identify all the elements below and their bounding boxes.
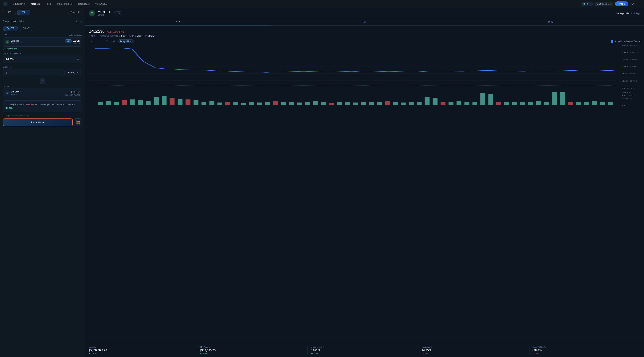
- svg-rect-0: [89, 45, 640, 106]
- expires-unit-select[interactable]: Day(s): [66, 69, 82, 76]
- nav-pools[interactable]: Pools: [43, 2, 54, 6]
- stat-underlying-apy-change: +9.323%: [310, 352, 416, 354]
- time-1w[interactable]: 1W: [110, 40, 116, 43]
- stat-volume-change: +581.5%: [200, 352, 304, 354]
- svg-text:40K: 40K: [622, 98, 632, 100]
- svg-rect-31: [186, 100, 190, 105]
- stat-long-yield-apy: Long Yield APY -98.8% -0.6%: [530, 346, 640, 354]
- refresh-icon[interactable]: ↻: [76, 20, 78, 23]
- apy-change: -15.3% (Past 7d): [106, 31, 124, 33]
- svg-rect-74: [528, 102, 533, 105]
- network-selector[interactable]: ⚡ ▾: [582, 2, 593, 6]
- asset-name: YT eETH: [98, 10, 110, 14]
- svg-rect-40: [257, 102, 262, 105]
- svg-rect-41: [265, 102, 270, 105]
- tab-mint[interactable]: Mint: [19, 20, 24, 23]
- time-1m[interactable]: 1m: [89, 40, 94, 43]
- return-pct: -98.8%: [28, 103, 34, 106]
- more-icon[interactable]: ···: [637, 2, 641, 6]
- asset-header: Y YT eETH Ether.fi Info 26 Sep 2024 124 …: [85, 8, 644, 19]
- nav-education[interactable]: Education ▾: [11, 2, 28, 6]
- yt-button[interactable]: YT: [17, 10, 30, 15]
- top-nav: P Education ▾ Markets Pools Points Marke…: [0, 0, 644, 8]
- expires-unit-label: Day(s): [68, 71, 75, 74]
- calculator-icon[interactable]: 🧮: [74, 118, 82, 126]
- nav-dashboard[interactable]: Dashboard: [76, 2, 92, 6]
- svg-rect-32: [194, 100, 198, 105]
- svg-rect-67: [472, 102, 477, 105]
- svg-rect-20: [98, 102, 103, 105]
- input-token-protocol: Ether.fi: [11, 42, 19, 44]
- svg-rect-38: [241, 103, 246, 105]
- tab-price[interactable]: Price: [458, 19, 644, 26]
- settings-icon[interactable]: ⚙: [630, 2, 635, 6]
- info-button[interactable]: Info: [114, 12, 122, 15]
- go-to-lp-button[interactable]: Go to LP: [68, 10, 82, 15]
- input-token-info: weETH Ether.fi: [11, 40, 19, 44]
- tab-swap[interactable]: Swap: [3, 20, 9, 23]
- trade-button[interactable]: Trade: [615, 2, 628, 6]
- apy-value: 14.248: [6, 58, 16, 61]
- place-order-row: Place Order 🧮: [3, 118, 82, 126]
- stat-volume-label: 24h Volume: [200, 346, 304, 348]
- input-amount-usd: $19.72: [65, 42, 80, 44]
- buy-yt-button[interactable]: Buy YT: [3, 26, 18, 31]
- stat-implied-apy-change: -15.3%: [422, 352, 527, 354]
- stat-liquidity-value: $5,592,329.26: [89, 349, 194, 352]
- svg-rect-33: [202, 102, 206, 105]
- stat-volume: 24h Volume $389,605.25 +581.5%: [197, 346, 308, 354]
- show-volume-checkbox[interactable]: ✓: [611, 40, 613, 43]
- svg-rect-30: [178, 98, 182, 105]
- wallet-address[interactable]: 0x38b...ef36 ▾: [594, 2, 613, 6]
- time-1h[interactable]: 1H: [96, 40, 102, 43]
- swap-icon-row: ⇅: [3, 78, 82, 84]
- svg-rect-24: [130, 100, 134, 105]
- svg-rect-71: [504, 102, 509, 105]
- sell-yt-button[interactable]: Sell YT: [19, 26, 33, 31]
- nav-points-markets[interactable]: Points Markets: [55, 2, 75, 6]
- svg-text:15.0%: 15.0%: [622, 73, 638, 75]
- svg-rect-83: [600, 102, 605, 105]
- output-token-info: YT eETH Ether.fi: [11, 91, 20, 96]
- svg-rect-70: [496, 102, 501, 105]
- apy-input-label: Buy YT at Implied APY: [3, 52, 82, 54]
- tab-apy[interactable]: APY: [85, 19, 272, 26]
- left-panel: PT YT Go to LP Swap Limit Mint ↻ ⚙ Buy Y…: [0, 8, 85, 357]
- tab-book[interactable]: Book: [272, 19, 458, 26]
- ma-button[interactable]: 7-day MA ⇄: [118, 40, 134, 43]
- nav-vependle[interactable]: vePENDLE: [93, 2, 109, 6]
- output-amount: 0.1167 $19.72 (< 0.01%): [64, 90, 80, 96]
- svg-rect-53: [361, 102, 366, 105]
- asset-protocol: Ether.fi: [98, 14, 110, 16]
- swap-direction-icon[interactable]: ⇅: [40, 78, 45, 84]
- place-order-button[interactable]: Place Order: [3, 118, 73, 126]
- apy-percent-label: %: [77, 58, 80, 61]
- form-tabs: Swap Limit Mint ↻ ⚙: [3, 20, 82, 23]
- expires-input[interactable]: [3, 69, 64, 76]
- settings-form-icon[interactable]: ⚙: [80, 20, 82, 23]
- svg-rect-47: [313, 101, 318, 105]
- get-input-tokens-link[interactable]: Get input tokens: [3, 48, 82, 50]
- time-1d[interactable]: 1D: [103, 40, 108, 43]
- nav-markets[interactable]: Markets: [29, 2, 42, 6]
- tab-limit[interactable]: Limit: [12, 20, 16, 23]
- svg-rect-45: [297, 102, 302, 105]
- input-token-chevron-icon[interactable]: ▾: [21, 41, 22, 43]
- pt-button[interactable]: PT: [2, 10, 16, 15]
- svg-text:10.0%: 10.0%: [622, 80, 638, 82]
- svg-text:25.0%: 25.0%: [622, 58, 638, 60]
- svg-rect-44: [289, 102, 294, 105]
- svg-rect-27: [154, 97, 158, 105]
- svg-text:30.0%: 30.0%: [622, 52, 638, 53]
- stat-implied-apy-label: Implied APY: [422, 346, 527, 348]
- stat-long-yield-apy-value: -98.8%: [532, 349, 638, 352]
- svg-rect-23: [122, 100, 127, 105]
- svg-rect-57: [393, 102, 398, 105]
- input-amount-value: 0.005: [72, 39, 80, 42]
- max-button[interactable]: Max: [65, 40, 72, 42]
- show-volume-row: ✓ Show Underlying & Volume: [611, 40, 640, 43]
- output-label: Output: [3, 85, 82, 88]
- output-token-icon: Y: [5, 91, 10, 95]
- svg-rect-61: [425, 97, 430, 105]
- apy-input-box[interactable]: 14.248 %: [3, 56, 82, 63]
